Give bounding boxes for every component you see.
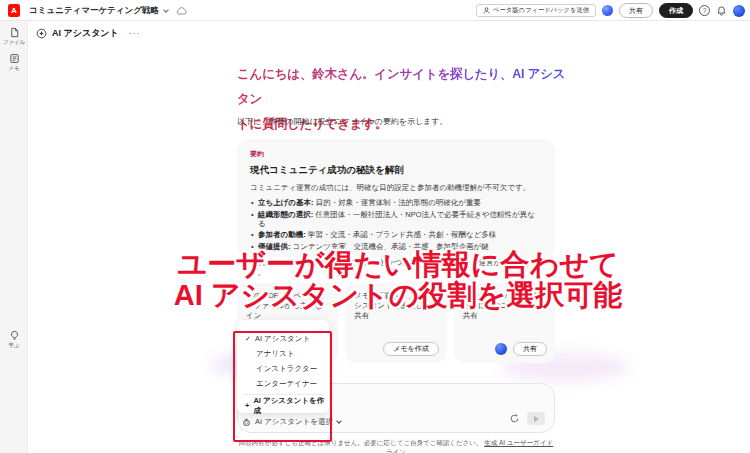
share-card-button[interactable]: 共有: [513, 342, 547, 356]
bullet-lead: 価値提供:: [258, 242, 291, 251]
check-icon: ✓: [245, 335, 251, 343]
bullet-text: 学習・交流・承認・ブランド共感・共創・報酬など多様: [308, 230, 497, 239]
suggestion-card-share[interactable]: フィードバックを得るために他のユーザーと共有 共有: [454, 283, 555, 363]
cloud-save-status-icon[interactable]: [176, 7, 187, 15]
ai-assistant-badge-icon: [36, 28, 47, 39]
menu-item-label: エンターテイナー: [256, 379, 317, 389]
create-button[interactable]: 作成: [659, 3, 693, 18]
assistant-persona-menu: ✓ AI アシスタント アナリスト インストラクター エンターテイナー + AI…: [237, 320, 329, 413]
assistant-persona-trigger[interactable]: AI アシスタントを選択: [242, 417, 341, 427]
refresh-quota-icon[interactable]: [509, 413, 520, 424]
menu-item-label: AI アシスタントを作成: [253, 396, 329, 416]
plus-icon: +: [245, 401, 249, 410]
suggestion-card-text: フィードバックを得るために他のユーザーと共有: [463, 291, 539, 320]
sidebar-item-learn[interactable]: 学ぶ: [0, 330, 28, 349]
summary-bullet: 立ち上げの基本: 目的・対象・運営体制・法的形態の明確化が重要: [258, 198, 542, 207]
disclaimer-text: 回答内容が必ずしも正確とは限りません。必要に応じてご自身でご確認ください。: [239, 439, 483, 446]
disclaimer: 回答内容が必ずしも正確とは限りません。必要に応じてご自身でご確認ください。 生成…: [237, 439, 555, 453]
menu-item-instructor[interactable]: インストラクター: [237, 361, 329, 376]
beta-feedback-button[interactable]: ベータ版のフィードバックを送信: [476, 4, 596, 17]
suggestion-card-text: この PDF、スペース内のファイルから主要なイン: [246, 291, 324, 320]
document-title-dropdown[interactable]: コミュニティマーケティング戦略: [29, 0, 187, 21]
sidebar-item-files[interactable]: ファイル: [0, 27, 28, 46]
workspace-sphere-icon[interactable]: [602, 5, 613, 16]
bullet-lead: 参加者の動機:: [258, 230, 306, 239]
suggestion-card-text: メモを下書きし、AI アシスタントで改良して共有: [354, 291, 432, 320]
summary-card: 要約 現代コミュニティ成功の秘訣を解剖 コミュニティ運営の成功には、明確な目的設…: [237, 139, 555, 257]
bullet-text: コンテンツ充実、交流機会、承認・共感、参加型企画が鍵: [293, 242, 489, 251]
sidebar-label-files: ファイル: [3, 39, 26, 46]
share-avatar-icon: [495, 343, 507, 355]
summary-outro: これらの要素を押さえることで、持続的かつ魅力的なコミュニティ運営が実現できます。: [250, 258, 542, 278]
feedback-person-icon: [483, 7, 490, 14]
feedback-button-label: ベータ版のフィードバックを送信: [493, 6, 589, 15]
suggestion-card-memo[interactable]: メモを下書きし、AI アシスタントで改良して共有 メモを作成: [345, 283, 446, 363]
greeting-subtext: 以下に、作業の開始に役立つファイルの要約を示します。: [237, 116, 555, 127]
left-sidebar: ファイル メモ 学ぶ: [0, 21, 28, 453]
menu-item-label: AI アシスタント: [255, 334, 310, 344]
notifications-bell-icon[interactable]: [716, 5, 727, 17]
send-button[interactable]: [527, 412, 545, 425]
summary-bullet: 組織形態の選択: 任意団体・一般社団法人・NPO法人で必要手続きや信頼性が異なる: [258, 210, 542, 228]
sidebar-label-memo: メモ: [8, 65, 19, 72]
user-avatar[interactable]: [733, 5, 745, 17]
acrobat-logo-icon: A: [8, 4, 20, 17]
menu-item-label: アナリスト: [256, 349, 294, 359]
ai-assistant-header: AI アシスタント ···: [36, 24, 141, 42]
chevron-down-icon: [163, 7, 169, 13]
share-button[interactable]: 共有: [619, 3, 653, 18]
sidebar-label-learn: 学ぶ: [8, 342, 19, 349]
header-overflow-menu[interactable]: ···: [129, 28, 141, 38]
summary-intro: コミュニティ運営の成功には、明確な目的設定と参加者の動機理解が不可欠です。: [250, 183, 542, 193]
menu-item-analyst[interactable]: アナリスト: [237, 346, 329, 361]
send-arrow-icon: [534, 416, 539, 422]
menu-item-entertainer[interactable]: エンターテイナー: [237, 376, 329, 391]
summary-bullet: 価値提供: コンテンツ充実、交流機会、承認・共感、参加型企画が鍵: [258, 242, 542, 251]
top-bar: A コミュニティマーケティング戦略 ベータ版のフィードバックを送信 共有 作成 …: [0, 0, 750, 21]
bullet-text: 目的・対象・運営体制・法的形態の明確化が重要: [316, 198, 481, 207]
menu-item-label: インストラクター: [256, 364, 317, 374]
files-icon: [9, 27, 20, 38]
create-memo-button[interactable]: メモを作成: [383, 342, 439, 356]
menu-item-create-assistant[interactable]: + AI アシスタントを作成: [237, 398, 329, 413]
page-title: AI アシスタント: [52, 27, 119, 40]
summary-bullet: 参加者の動機: 学習・交流・承認・ブランド共感・共創・報酬など多様: [258, 230, 542, 239]
memo-icon: [9, 53, 20, 64]
assistant-persona-trigger-label: AI アシスタントを選択: [255, 417, 333, 427]
assistant-persona-icon: [242, 418, 251, 427]
summary-bullet-list: 立ち上げの基本: 目的・対象・運営体制・法的形態の明確化が重要 組織形態の選択:…: [250, 198, 542, 251]
summary-label: 要約: [250, 149, 542, 159]
menu-item-ai-assistant[interactable]: ✓ AI アシスタント: [237, 331, 329, 346]
chevron-down-icon: [336, 418, 342, 424]
bullet-lead: 組織形態の選択:: [258, 210, 313, 219]
bullet-lead: 立ち上げの基本:: [258, 198, 314, 207]
summary-title: 現代コミュニティ成功の秘訣を解剖: [250, 164, 542, 177]
sidebar-item-memo[interactable]: メモ: [0, 53, 28, 72]
greeting-line1: こんにちは、鈴木さん。インサイトを探したり、AI アシスタン: [237, 62, 573, 112]
help-icon[interactable]: ?: [699, 5, 710, 16]
document-title: コミュニティマーケティング戦略: [29, 5, 159, 17]
lightbulb-icon: [9, 330, 20, 341]
